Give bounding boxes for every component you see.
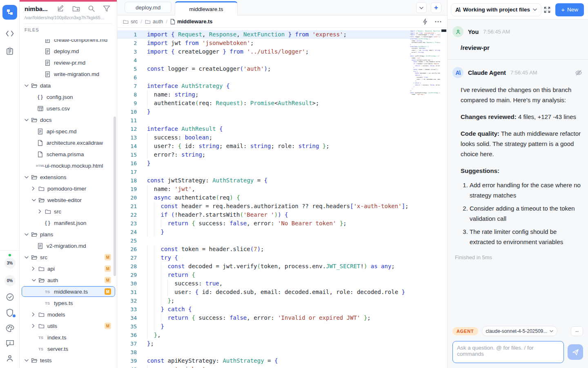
code-line[interactable]: 7interface AuthStrategy { bbox=[117, 82, 447, 90]
new-folder-icon[interactable] bbox=[72, 5, 80, 12]
chevron-down-icon[interactable] bbox=[24, 176, 31, 179]
code-line[interactable]: 11 bbox=[117, 116, 447, 125]
tree-item-deploy-md[interactable]: deploy.md bbox=[20, 45, 117, 57]
tab-list-dropdown-button[interactable] bbox=[416, 2, 427, 13]
chevron-right-icon[interactable] bbox=[32, 312, 38, 316]
chevron-right-icon[interactable] bbox=[38, 209, 45, 213]
tree-item-server-ts[interactable]: TSserver.ts bbox=[20, 343, 117, 355]
code-line[interactable]: 23return { success: false, error: 'No Be… bbox=[117, 219, 447, 228]
chevron-right-icon[interactable] bbox=[32, 267, 38, 271]
code-line[interactable]: 8name: string; bbox=[117, 90, 447, 99]
tree-item-extensions[interactable]: extensions bbox=[20, 171, 117, 183]
code-line[interactable]: 17 bbox=[117, 168, 447, 176]
code-icon[interactable] bbox=[6, 30, 14, 37]
breadcrumb-folder[interactable]: src bbox=[131, 18, 138, 25]
lightning-icon[interactable] bbox=[423, 18, 428, 25]
search-icon[interactable] bbox=[88, 5, 95, 12]
code-line[interactable]: 20async authenticate(req) { bbox=[117, 193, 447, 202]
code-line[interactable]: 15error?: string; bbox=[117, 150, 447, 159]
send-button[interactable] bbox=[568, 344, 583, 360]
tree-item-create-component-md[interactable]: create-component.md bbox=[20, 39, 117, 45]
tree-item-auth[interactable]: authM bbox=[20, 274, 117, 286]
chevron-down-icon[interactable] bbox=[24, 359, 31, 362]
tree-item-config-json[interactable]: { }config.json bbox=[20, 91, 117, 103]
code-line[interactable]: 21const header = req.headers.authorizati… bbox=[117, 202, 447, 211]
minimap[interactable]: import { Request, Response, NextFunction… bbox=[410, 30, 440, 368]
code-line[interactable]: 32}; bbox=[117, 296, 447, 305]
tree-item-pomodoro-timer[interactable]: pomodoro-timer bbox=[20, 183, 117, 194]
code-line[interactable]: 3import { createLogger } from '../utils/… bbox=[117, 47, 447, 56]
user-icon[interactable] bbox=[6, 354, 14, 362]
code-line[interactable]: 13success: boolean; bbox=[117, 133, 447, 142]
code-line[interactable]: 26const token = header.slice(7); bbox=[117, 245, 447, 254]
code-line[interactable]: 37}; bbox=[117, 339, 447, 348]
new-chat-button[interactable]: +New bbox=[555, 3, 584, 16]
code-line[interactable]: 9authenticate(req: Request): Promise<Aut… bbox=[117, 99, 447, 108]
code-line[interactable]: 27try { bbox=[117, 254, 447, 262]
palette-icon[interactable] bbox=[6, 324, 14, 332]
filter-icon[interactable] bbox=[103, 5, 110, 12]
tree-item-api-spec-md[interactable]: api-spec.md bbox=[20, 126, 117, 137]
chevron-right-icon[interactable] bbox=[32, 324, 38, 328]
cpu-gauge[interactable]: 3% bbox=[4, 258, 16, 269]
sidebar-scrollbar[interactable] bbox=[114, 117, 116, 276]
breadcrumb-folder[interactable]: auth bbox=[153, 18, 163, 25]
app-logo-icon[interactable] bbox=[2, 5, 17, 20]
chevron-down-icon[interactable] bbox=[32, 199, 38, 202]
code-line[interactable]: 10} bbox=[117, 108, 447, 116]
check-circle-icon[interactable] bbox=[6, 293, 14, 301]
code-line[interactable]: 38 bbox=[117, 348, 447, 357]
tree-item-plans[interactable]: plans bbox=[20, 229, 117, 240]
chevron-down-icon[interactable] bbox=[32, 279, 38, 282]
chevron-down-icon[interactable] bbox=[24, 84, 31, 87]
code-line[interactable]: 40name: 'api-key', bbox=[117, 365, 447, 368]
code-editor[interactable]: 1import { Request, Response, NextFunctio… bbox=[117, 28, 447, 368]
tree-item-models[interactable]: models bbox=[20, 309, 117, 320]
tree-item-write-migration-md[interactable]: write-migration.md bbox=[20, 68, 117, 80]
code-line[interactable]: 39const apiKeyStrategy: AuthStrategy = { bbox=[117, 357, 447, 365]
feedback-icon[interactable] bbox=[6, 339, 14, 347]
tree-item-v2-migration-md[interactable]: v2-migration.md bbox=[20, 240, 117, 251]
code-line[interactable]: 30success: true, bbox=[117, 279, 447, 288]
scrollbar-thumb[interactable] bbox=[441, 29, 446, 32]
code-line[interactable]: 28const decoded = jwt.verify(token, proc… bbox=[117, 262, 447, 271]
chat-input[interactable] bbox=[452, 341, 564, 363]
code-line[interactable]: 31user: { id: decoded.sub, email: decode… bbox=[117, 288, 447, 296]
code-line[interactable]: 18const jwtStrategy: AuthStrategy = { bbox=[117, 176, 447, 185]
tree-item-users-csv[interactable]: users.csv bbox=[20, 103, 117, 114]
tree-item-manifest-json[interactable]: { }manifest.json bbox=[20, 217, 117, 229]
tree-item-review-pr-md[interactable]: review-pr.md bbox=[20, 57, 117, 68]
editor-scrollbar[interactable] bbox=[441, 28, 447, 368]
tree-item-api[interactable]: apiM bbox=[20, 263, 117, 274]
tab-deploy-md[interactable]: deploy.md bbox=[125, 2, 172, 13]
memory-gauge[interactable]: 0% bbox=[4, 275, 16, 286]
model-selector[interactable]: claude-sonnet-4-5-202509... bbox=[482, 326, 558, 336]
tree-item-types-ts[interactable]: TStypes.ts bbox=[20, 297, 117, 309]
tree-item-index-ts[interactable]: TSindex.ts bbox=[20, 332, 117, 343]
expand-icon[interactable] bbox=[544, 7, 550, 13]
code-line[interactable]: 25 bbox=[117, 236, 447, 245]
tree-item-middleware-ts[interactable]: TSmiddleware.tsM bbox=[20, 286, 117, 297]
tree-item-ui-mockup-mockup-html[interactable]: HTMLui-mockup.mockup.html bbox=[20, 160, 117, 171]
chevron-right-icon[interactable] bbox=[32, 186, 38, 191]
tree-item-src[interactable]: src bbox=[20, 206, 117, 217]
code-line[interactable]: 12interface AuthResult { bbox=[117, 125, 447, 133]
new-tab-button[interactable]: + bbox=[431, 2, 441, 13]
tree-item-schema-prisma[interactable]: schema.prisma bbox=[20, 148, 117, 160]
code-line[interactable]: 1import { Request, Response, NextFunctio… bbox=[117, 30, 447, 39]
code-line[interactable]: 24} bbox=[117, 228, 447, 236]
code-line[interactable]: 5const logger = createLogger('auth'); bbox=[117, 65, 447, 73]
chevron-down-icon[interactable] bbox=[24, 233, 31, 236]
tree-item-tests[interactable]: tests bbox=[20, 355, 117, 366]
code-line[interactable]: 2import jwt from 'jsonwebtoken'; bbox=[117, 39, 447, 47]
chevron-down-icon[interactable] bbox=[24, 119, 31, 121]
more-options-icon[interactable] bbox=[435, 21, 441, 22]
code-line[interactable]: 14user?: { id: string; email: string; ro… bbox=[117, 142, 447, 150]
code-line[interactable]: 4 bbox=[117, 56, 447, 65]
session-mode-dropdown[interactable]: A\ Working with project files bbox=[451, 3, 541, 16]
code-line[interactable]: 22if (!header?.startsWith('Bearer ')) { bbox=[117, 211, 447, 219]
code-line[interactable]: 19name: 'jwt', bbox=[117, 185, 447, 193]
composer-more-button[interactable]: -- bbox=[571, 326, 583, 336]
code-line[interactable]: 29return { bbox=[117, 271, 447, 279]
tree-item-architecture-excalidraw[interactable]: architecture.excalidraw bbox=[20, 137, 117, 148]
